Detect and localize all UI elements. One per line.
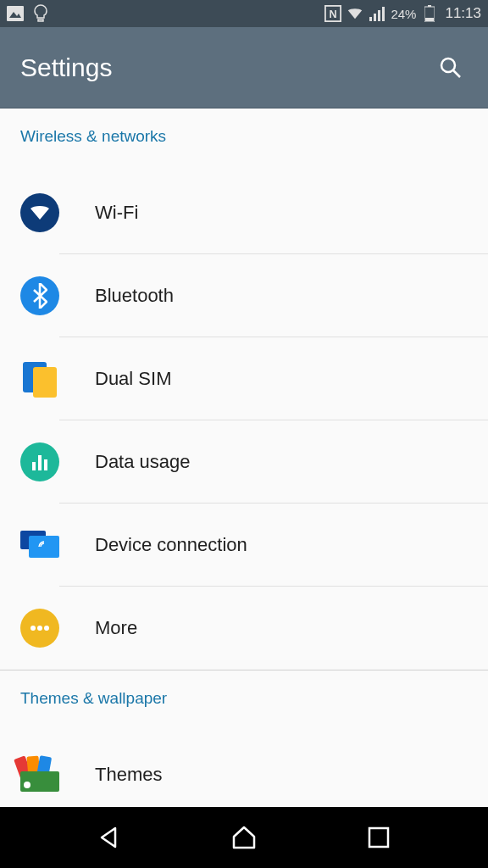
svg-point-16: [30, 626, 36, 631]
gallery-notification-icon: [7, 5, 24, 22]
item-label: Themes: [95, 764, 162, 786]
settings-item-themes[interactable]: Themes: [0, 733, 488, 807]
status-bar: N 24% 11:13: [0, 0, 488, 27]
settings-item-data-usage[interactable]: Data usage: [0, 420, 488, 504]
svg-rect-19: [369, 828, 388, 847]
svg-rect-0: [7, 6, 24, 21]
svg-rect-9: [428, 5, 431, 7]
nfc-icon: N: [324, 5, 341, 22]
wifi-status-icon: [347, 5, 363, 22]
svg-rect-15: [44, 459, 47, 470]
home-icon: [230, 825, 258, 850]
svg-rect-4: [369, 17, 372, 21]
navigation-bar: [0, 807, 488, 868]
device-connection-icon: [20, 526, 59, 565]
settings-item-bluetooth[interactable]: Bluetooth: [0, 254, 488, 337]
themes-icon: [20, 755, 59, 794]
page-title: Settings: [20, 53, 112, 82]
section-header-wireless: Wireless & networks: [0, 108, 488, 159]
settings-item-more[interactable]: More: [0, 587, 488, 670]
svg-text:N: N: [330, 8, 337, 20]
wifi-icon: [20, 193, 59, 232]
item-label: Data usage: [95, 451, 191, 473]
recents-icon: [368, 826, 390, 849]
bulb-icon: [32, 5, 49, 22]
more-icon: [20, 609, 59, 648]
item-label: Dual SIM: [95, 368, 171, 390]
svg-point-11: [441, 58, 455, 72]
svg-rect-6: [378, 10, 380, 21]
home-button[interactable]: [227, 821, 261, 854]
svg-rect-7: [382, 7, 385, 21]
battery-percent: 24%: [391, 7, 416, 21]
dual-sim-icon: [20, 359, 59, 398]
svg-rect-13: [32, 462, 36, 470]
back-button[interactable]: [92, 821, 126, 854]
section-header-themes: Themes & wallpaper: [0, 670, 488, 721]
item-label: More: [95, 617, 137, 639]
item-label: Device connection: [95, 534, 247, 556]
svg-rect-5: [374, 14, 376, 21]
recents-button[interactable]: [362, 821, 396, 854]
back-icon: [97, 825, 122, 850]
svg-point-17: [37, 626, 42, 631]
data-usage-icon: [20, 442, 59, 481]
item-label: Bluetooth: [95, 285, 174, 307]
svg-point-18: [44, 626, 49, 631]
svg-rect-14: [38, 455, 42, 470]
settings-item-wifi[interactable]: Wi-Fi: [0, 171, 488, 254]
signal-icon: [369, 5, 385, 22]
battery-icon: [421, 5, 438, 22]
search-button[interactable]: [434, 51, 468, 85]
search-icon: [439, 56, 463, 80]
settings-item-dual-sim[interactable]: Dual SIM: [0, 337, 488, 420]
settings-item-device-connection[interactable]: Device connection: [0, 504, 488, 587]
svg-line-12: [453, 70, 460, 77]
bluetooth-icon: [20, 276, 59, 315]
item-label: Wi-Fi: [95, 202, 138, 224]
svg-rect-10: [425, 18, 434, 21]
time: 11:13: [445, 5, 481, 22]
app-bar: Settings: [0, 27, 488, 108]
settings-content: Wireless & networks Wi-Fi Bluetooth Dual…: [0, 108, 488, 807]
